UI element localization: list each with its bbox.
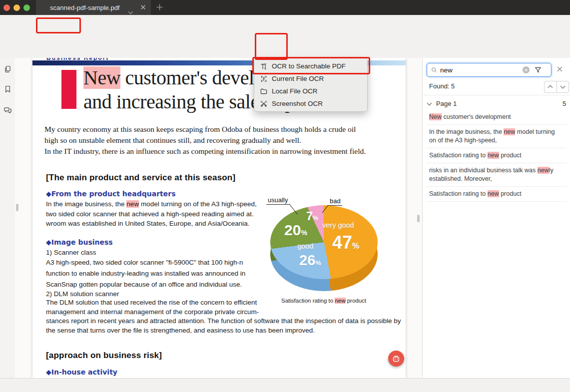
dlm-paragraph: The DLM solution that used received the …: [46, 298, 259, 317]
document-tab-title: scanned-pdf-sample.pdf: [50, 4, 119, 11]
search-box[interactable]: ✕: [427, 63, 552, 77]
subheading-product-headquarters: ◆From the product headquarters: [46, 190, 176, 198]
document-tab[interactable]: scanned-pdf-sample.pdf: [36, 0, 151, 15]
dlm-item: 2) DLM solution scanner: [46, 289, 119, 299]
result-separator: [427, 163, 567, 163]
menu-item-ocr-to-searchable-pdf[interactable]: OCR to Searchable PDF: [254, 60, 367, 72]
menu-item-screenshot-ocr[interactable]: Screenshot OCR: [254, 97, 367, 110]
search-input[interactable]: [440, 66, 523, 74]
pdfgear-assistant-button[interactable]: [388, 351, 404, 367]
search-panel: ✕ Found: 5 Page 1 5 New customer's devel…: [422, 58, 570, 378]
ocr-dropdown-menu: OCR to Searchable PDF Current File OCR L…: [254, 58, 368, 112]
search-result-item[interactable]: In the image business, the new model tur…: [429, 128, 563, 145]
pie-caption: Satisfaction rating to new product: [281, 298, 366, 304]
pie-value-bad: 7%: [306, 209, 318, 223]
page-result-count: 5: [563, 100, 566, 107]
filter-funnel-icon[interactable]: [534, 66, 542, 74]
satisfaction-pie-chart: usually bad 7% 20% very good 47% good 26…: [252, 195, 402, 310]
result-separator: [427, 201, 567, 202]
comments-icon[interactable]: [3, 106, 12, 114]
previous-result-button[interactable]: [545, 81, 557, 92]
search-result-item[interactable]: Satisfaction rating to new product: [429, 151, 563, 160]
main-toolbar: Select Hand Highlight Shapes Text Conver…: [0, 32, 570, 58]
status-bar: / 1 115% 1:1 Day: [0, 378, 570, 392]
close-panel-icon[interactable]: [557, 66, 563, 72]
pie-value-very-good: 47%: [332, 232, 359, 253]
panel-resize-handle[interactable]: [417, 215, 420, 222]
scanner-class-item: 1) Scanner class: [46, 248, 96, 258]
pie-callout-usually: usually: [266, 196, 289, 205]
pie-callout-bad: bad: [328, 197, 342, 206]
pie-label-very-good: very good: [322, 221, 354, 229]
screenshot-scissors-icon: [259, 100, 268, 108]
found-count-label: Found: 5: [429, 82, 455, 90]
bookmarks-icon[interactable]: [3, 85, 12, 93]
document-scan-icon: [259, 75, 268, 83]
robot-mascot-icon: [392, 354, 401, 363]
subheading-in-house-activity: ◆In-house activity: [46, 368, 117, 376]
page-thumbnails-icon[interactable]: [3, 65, 12, 73]
full-width-paragraph: stances report in recent years and attra…: [46, 317, 401, 335]
result-nav-buttons: [544, 81, 569, 93]
product-hq-paragraph: In the image business, the new model tur…: [46, 199, 257, 229]
section-heading-business-risk: [approach on business risk]: [46, 351, 162, 361]
pie-label-good: good: [297, 242, 313, 250]
collapse-page-group-icon[interactable]: [427, 101, 432, 106]
pie-value-good: 26%: [299, 252, 321, 269]
search-result-item[interactable]: New customer's development: [429, 113, 563, 121]
pie-top-surface: [270, 205, 378, 279]
subheading-image-business: ◆Image business: [46, 238, 113, 246]
search-result-item[interactable]: Satisfaction rating to new product: [429, 190, 563, 198]
search-result-item[interactable]: risks in an individual business talk was…: [429, 166, 563, 183]
section-heading-main-product: [The main product and service at this se…: [46, 173, 235, 183]
menu-item-local-file-ocr[interactable]: Local File OCR: [254, 85, 367, 97]
close-window-button[interactable]: [3, 4, 10, 11]
page-group-header[interactable]: Page 1: [428, 100, 457, 107]
result-separator: [427, 148, 567, 148]
result-separator: [427, 186, 567, 187]
ribbon-tab-bar: Home Annotations Fill & Sign Edit Pages …: [0, 15, 570, 32]
clear-search-icon[interactable]: ✕: [523, 66, 530, 73]
title-red-block: [61, 70, 76, 109]
text-cursor-icon: [259, 62, 268, 70]
folder-icon: [259, 87, 268, 95]
pie-value-usually: 20%: [284, 222, 307, 239]
panel-divider: [423, 95, 570, 95]
tab-close-icon[interactable]: [140, 4, 146, 10]
tab-dropdown-icon[interactable]: [129, 6, 132, 15]
sidebar-resize-handle[interactable]: [16, 204, 18, 211]
new-tab-button[interactable]: [156, 3, 163, 11]
window-titlebar: scanned-pdf-sample.pdf: [0, 0, 570, 15]
maximize-window-button[interactable]: [23, 4, 30, 11]
intro-paragraph: My country economy at this season keeps …: [44, 124, 366, 157]
minimize-window-button[interactable]: [13, 4, 20, 11]
result-separator: [427, 124, 567, 125]
menu-item-current-file-ocr[interactable]: Current File OCR: [254, 72, 367, 85]
left-sidebar: [0, 58, 15, 378]
search-input-magnifier-icon: [431, 66, 438, 73]
scanner-class-paragraph: A3 high-speed, two sided color scanner "…: [46, 257, 245, 290]
next-result-button[interactable]: [557, 81, 569, 92]
